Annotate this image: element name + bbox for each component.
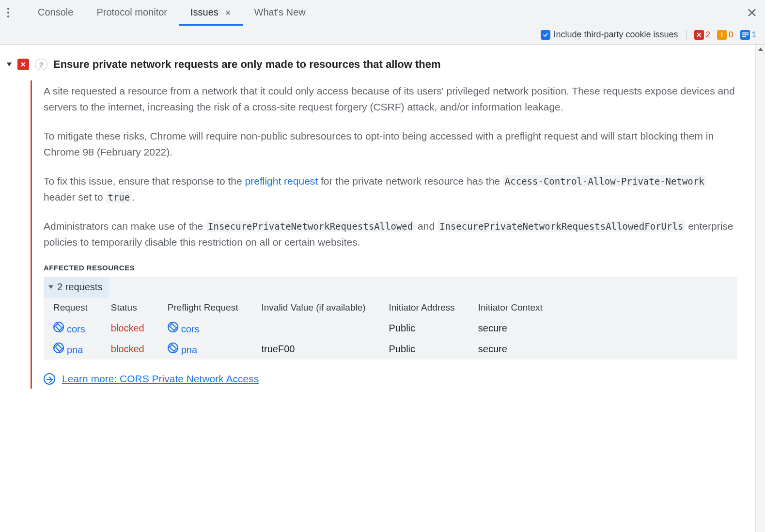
errors-count[interactable]: ✕ 2 (694, 30, 710, 40)
col-request: Request (44, 297, 101, 318)
preflight-link[interactable]: cors (181, 324, 200, 334)
tab-label: Console (38, 7, 73, 18)
chevron-down-icon (48, 285, 53, 289)
issue-header[interactable]: ✕ 2 Ensure private network requests are … (7, 58, 741, 71)
status-value: blocked (111, 323, 144, 333)
info-value: 1 (752, 30, 756, 40)
network-icon (53, 343, 64, 353)
code-token: Access-Control-Allow-Private-Network (503, 175, 706, 187)
invalid-value (251, 318, 379, 339)
request-link[interactable]: pna (67, 344, 83, 355)
affected-resources-box: 2 requests Request Status Preflight Requ… (44, 277, 737, 360)
checkbox-checked-icon (541, 30, 550, 40)
tab-protocol-monitor[interactable]: Protocol monitor (85, 0, 179, 25)
status-value: blocked (111, 344, 144, 354)
initiator-context: secure (468, 318, 556, 339)
tab-issues[interactable]: Issues × (179, 0, 243, 25)
tab-whats-new[interactable]: What's New (243, 0, 317, 25)
issue-paragraph: A site requested a resource from a netwo… (44, 83, 737, 115)
requests-table: Request Status Preflight Request Invalid… (44, 297, 556, 360)
table-row: cors blocked cors Public secure (44, 318, 556, 339)
col-initiator-address: Initiator Address (379, 297, 468, 318)
more-vert-icon[interactable] (4, 6, 13, 19)
error-badge-icon: ✕ (17, 59, 29, 70)
col-preflight: Preflight Request (158, 297, 252, 318)
code-token: InsecurePrivateNetworkRequestsAllowed (206, 220, 415, 232)
chevron-down-icon[interactable] (7, 63, 12, 66)
request-link[interactable]: cors (67, 324, 85, 334)
info-badge-icon (740, 30, 750, 40)
devtools-tabbar: Console Protocol monitor Issues × What's… (0, 0, 765, 25)
vertical-scrollbar[interactable] (755, 45, 765, 532)
network-icon (53, 322, 64, 332)
requests-toggle-label: 2 requests (57, 282, 102, 293)
affected-resources-heading: AFFECTED RESOURCES (44, 264, 737, 272)
issue-paragraph: To fix this issue, ensure that response … (44, 173, 737, 205)
requests-toggle[interactable]: 2 requests (44, 277, 109, 297)
preflight-link[interactable]: pna (181, 344, 197, 355)
info-count[interactable]: 1 (740, 30, 756, 40)
issue-count-pill: 2 (35, 59, 47, 70)
tab-label: Protocol monitor (96, 7, 167, 18)
issues-toolbar: Include third-party cookie issues ✕ 2 ! … (0, 25, 765, 45)
include-cookie-issues-toggle[interactable]: Include third-party cookie issues (541, 30, 678, 40)
tab-console[interactable]: Console (26, 0, 85, 25)
cookie-checkbox-label: Include third-party cookie issues (553, 30, 678, 40)
col-initiator-context: Initiator Context (468, 297, 556, 318)
col-status: Status (101, 297, 158, 318)
code-token: InsecurePrivateNetworkRequestsAllowedFor… (437, 220, 685, 232)
issue-title: Ensure private network requests are only… (53, 58, 441, 71)
scroll-up-icon[interactable] (758, 47, 763, 51)
col-invalid-value: Invalid Value (if available) (251, 297, 379, 318)
error-badge-icon: ✕ (694, 30, 704, 40)
invalid-value: trueF00 (251, 339, 379, 360)
close-panel-icon[interactable] (747, 7, 757, 18)
network-icon (168, 322, 178, 332)
arrow-right-circle-icon (44, 373, 55, 385)
tab-label: Issues (190, 7, 219, 18)
initiator-context: secure (468, 339, 556, 360)
issue-body: A site requested a resource from a netwo… (31, 80, 741, 389)
network-icon (168, 343, 178, 353)
preflight-request-link[interactable]: preflight request (245, 175, 318, 187)
warning-badge-icon: ! (717, 30, 727, 40)
issues-list: ✕ 2 Ensure private network requests are … (0, 45, 755, 532)
errors-value: 2 (706, 30, 710, 40)
code-token: true (106, 191, 132, 203)
tab-label: What's New (254, 7, 306, 18)
table-row: pna blocked pna trueF00 Public secure (44, 339, 556, 360)
divider (686, 30, 687, 40)
warnings-count[interactable]: ! 0 (717, 30, 733, 40)
close-tab-icon[interactable]: × (225, 8, 231, 17)
learn-more-label: Learn more: CORS Private Network Access (62, 373, 259, 385)
issue-paragraph: To mitigate these risks, Chrome will req… (44, 128, 737, 160)
issue-paragraph: Administrators can make use of the Insec… (44, 219, 737, 250)
learn-more-link[interactable]: Learn more: CORS Private Network Access (44, 373, 737, 385)
table-header-row: Request Status Preflight Request Invalid… (44, 297, 556, 318)
initiator-address: Public (379, 318, 468, 339)
initiator-address: Public (379, 339, 468, 360)
warnings-value: 0 (729, 30, 733, 40)
